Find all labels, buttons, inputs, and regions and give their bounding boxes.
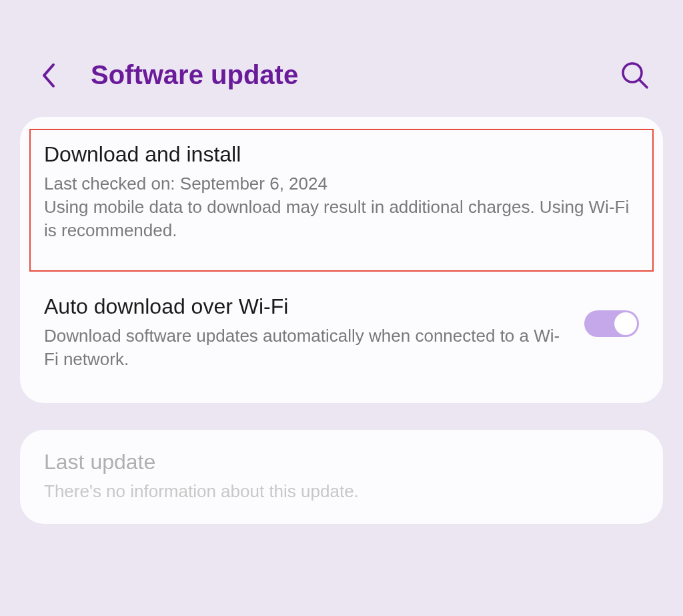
settings-card-2: Last update There's no information about… — [20, 430, 663, 523]
download-install-title: Download and install — [44, 142, 639, 167]
back-icon[interactable] — [40, 61, 59, 90]
download-install-item[interactable]: Download and install Last checked on: Se… — [29, 129, 654, 272]
download-install-last-checked: Last checked on: September 6, 2024 — [44, 172, 639, 196]
auto-download-description: Download software updates automatically … — [44, 324, 571, 371]
toggle-knob — [614, 312, 637, 335]
last-update-item[interactable]: Last update There's no information about… — [20, 430, 663, 523]
header: Software update — [0, 0, 683, 117]
search-icon[interactable] — [620, 61, 650, 90]
svg-line-1 — [640, 80, 647, 87]
auto-download-title: Auto download over Wi-Fi — [44, 294, 571, 319]
last-update-description: There's no information about this update… — [44, 480, 639, 503]
download-install-warning: Using mobile data to download may result… — [44, 196, 639, 242]
page-title: Software update — [91, 60, 620, 90]
settings-card-1: Download and install Last checked on: Se… — [20, 117, 663, 403]
last-update-title: Last update — [44, 450, 639, 475]
auto-download-item[interactable]: Auto download over Wi-Fi Download softwa… — [20, 276, 663, 403]
auto-download-toggle[interactable] — [584, 310, 639, 337]
auto-download-content: Auto download over Wi-Fi Download softwa… — [44, 294, 571, 371]
